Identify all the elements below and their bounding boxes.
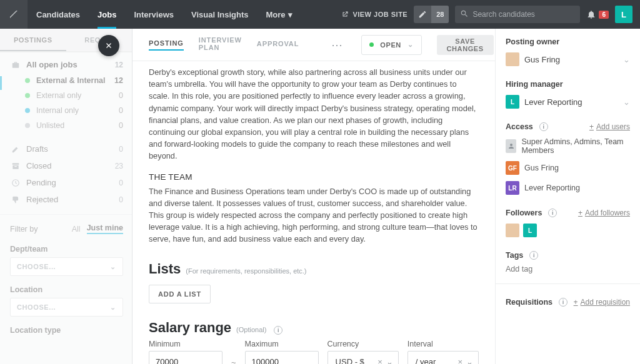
avatar[interactable] xyxy=(506,224,519,237)
left-sidebar: POSTINGS REQUIS All open jobs 12 Externa… xyxy=(0,29,132,364)
nav-pending[interactable]: Pending0 xyxy=(0,174,132,191)
right-sidebar: Posting owner Gus Fring ⌄ Hiring manager… xyxy=(495,29,640,364)
close-icon xyxy=(104,41,113,50)
add-followers-link[interactable]: +Add followers xyxy=(578,209,630,217)
salary-grid: Minimum ~ Maximum Currency USD - $ ×⌄ In xyxy=(149,340,479,364)
minimum-input[interactable] xyxy=(149,351,222,364)
briefcase-icon xyxy=(10,61,21,69)
salary-range-heading: Salary range (Optional) i xyxy=(149,320,479,336)
status-dot-icon xyxy=(25,108,30,113)
add-list-button[interactable]: ADD A LIST xyxy=(149,285,211,303)
chevron-down-icon: ⌄ xyxy=(408,41,414,49)
add-tag-input[interactable] xyxy=(506,265,630,273)
drafts-count: 28 xyxy=(431,6,449,23)
pencil-icon xyxy=(10,145,21,154)
clear-icon[interactable]: × xyxy=(378,357,382,364)
filter-just-mine[interactable]: Just mine xyxy=(87,224,123,234)
app-logo[interactable] xyxy=(0,0,28,29)
tab-visual-insights[interactable]: Visual Insights xyxy=(182,0,258,29)
nav-rejected[interactable]: Rejected0 xyxy=(0,191,132,208)
nav-closed[interactable]: Closed23 xyxy=(0,157,132,174)
archive-icon xyxy=(10,162,21,170)
drafts-badge[interactable]: 28 xyxy=(414,6,449,23)
view-job-site-link[interactable]: VIEW JOB SITE xyxy=(341,11,408,18)
nav-sub-internal-only[interactable]: Internal only 0 xyxy=(0,103,132,118)
filter-by-row: Filter by All Just mine xyxy=(0,217,132,238)
nav-sub-external-internal[interactable]: External & Internal 12 xyxy=(0,73,132,88)
filter-location: Location CHOOSE... ⌄ xyxy=(0,278,132,319)
pencil-icon xyxy=(414,10,431,19)
nav-drafts[interactable]: Drafts0 xyxy=(0,140,132,157)
info-icon[interactable]: i xyxy=(274,326,282,335)
top-nav: Candidates Jobs Interviews Visual Insigh… xyxy=(0,0,640,29)
bell-icon xyxy=(586,9,596,19)
followers-heading: Followersi xyxy=(506,209,557,217)
info-icon[interactable]: i xyxy=(548,209,557,217)
maximum-input[interactable] xyxy=(245,351,319,364)
filter-label: Location type xyxy=(10,326,61,335)
dept-team-dropdown[interactable]: CHOOSE... ⌄ xyxy=(10,257,123,276)
tab-candidates[interactable]: Candidates xyxy=(28,0,89,29)
lists-heading: Lists (For requirements, responsibilitie… xyxy=(149,261,479,277)
interval-label: Interval xyxy=(408,340,479,348)
save-changes-button[interactable]: SAVE CHANGES xyxy=(437,35,494,55)
filter-dept-team: Dept/team CHOOSE... ⌄ xyxy=(0,238,132,278)
add-requisition-link[interactable]: +Add requisition xyxy=(574,298,630,307)
more-actions-button[interactable]: ⋯ xyxy=(329,36,346,54)
topnav-tabs: Candidates Jobs Interviews Visual Insigh… xyxy=(28,0,301,29)
user-avatar[interactable]: L xyxy=(615,6,632,23)
avatar[interactable]: L xyxy=(523,224,537,237)
clear-icon[interactable]: × xyxy=(458,357,462,364)
interval-select[interactable]: / year ×⌄ xyxy=(408,351,479,364)
chevron-down-icon: ⌄ xyxy=(623,97,630,107)
tab-interviews[interactable]: Interviews xyxy=(125,0,182,29)
editor-header: POSTING INTERVIEW PLAN APPROVAL ⋯ OPEN ⌄… xyxy=(132,29,495,61)
chevron-down-icon: ⌄ xyxy=(110,303,116,312)
info-icon[interactable]: i xyxy=(559,298,568,307)
status-dropdown[interactable]: OPEN ⌄ xyxy=(361,35,421,55)
currency-select[interactable]: USD - $ ×⌄ xyxy=(328,351,399,364)
filter-all[interactable]: All xyxy=(72,225,81,234)
nav-sub-unlisted[interactable]: Unlisted 0 xyxy=(0,118,132,133)
tab-approval[interactable]: APPROVAL xyxy=(257,40,299,50)
posting-owner-select[interactable]: Gus Fring ⌄ xyxy=(506,52,630,66)
add-users-link[interactable]: +Add users xyxy=(589,122,630,131)
close-panel-button[interactable] xyxy=(98,35,119,56)
status-dot-icon xyxy=(25,78,30,83)
currency-label: Currency xyxy=(328,340,399,348)
notifications-button[interactable]: 6 xyxy=(586,9,609,19)
search-icon xyxy=(460,9,469,20)
nav-all-open-jobs[interactable]: All open jobs 12 xyxy=(0,56,132,73)
avatar: LR xyxy=(506,181,519,195)
tab-more[interactable]: More▾ xyxy=(258,0,301,29)
info-icon[interactable]: i xyxy=(539,122,548,131)
chevron-down-icon: ▾ xyxy=(288,10,292,19)
requisitions-heading: Requisitionsi xyxy=(506,298,568,307)
left-tab-postings[interactable]: POSTINGS xyxy=(0,29,66,51)
tab-posting[interactable]: POSTING xyxy=(149,39,184,51)
editor-scroll[interactable]: Derby's exceptional growth story, while … xyxy=(132,61,495,364)
team-heading: THE TEAM xyxy=(149,172,479,182)
nav-sub-external-only[interactable]: External only 0 xyxy=(0,88,132,103)
status-dot-icon xyxy=(369,42,374,47)
filter-label: Dept/team xyxy=(10,245,48,253)
global-search xyxy=(455,6,580,23)
filter-label: Location xyxy=(10,285,42,294)
access-person: GF Gus Fring xyxy=(506,161,630,175)
avatar: L xyxy=(506,95,519,109)
access-roles: Super Admins, Admins, Team Members xyxy=(506,137,630,155)
info-icon[interactable]: i xyxy=(529,251,538,260)
tab-jobs[interactable]: Jobs xyxy=(89,0,125,29)
thumb-down-icon xyxy=(10,195,21,204)
search-input[interactable] xyxy=(455,6,580,23)
tags-heading: Tagsi xyxy=(506,251,630,260)
hiring-manager-select[interactable]: L Lever Reporting ⌄ xyxy=(506,95,630,109)
notifications-count: 6 xyxy=(599,11,609,19)
tab-interview-plan[interactable]: INTERVIEW PLAN xyxy=(199,36,242,54)
posting-editor: POSTING INTERVIEW PLAN APPROVAL ⋯ OPEN ⌄… xyxy=(132,29,495,364)
location-dropdown[interactable]: CHOOSE... ⌄ xyxy=(10,298,123,317)
hiring-manager-heading: Hiring manager xyxy=(506,80,630,89)
chevron-down-icon: ⌄ xyxy=(466,357,473,364)
external-link-icon xyxy=(341,11,349,18)
status-dot-icon xyxy=(25,123,30,128)
